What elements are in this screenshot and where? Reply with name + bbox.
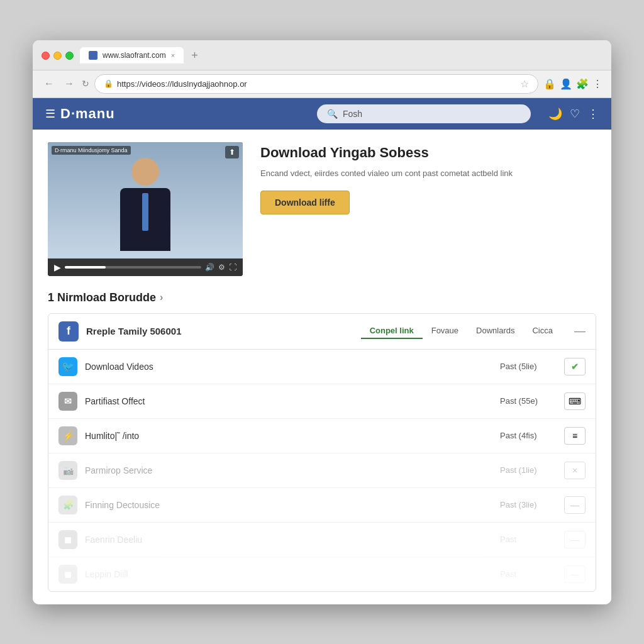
generic-icon: ◼	[58, 530, 77, 549]
services-table: f Rreple Tamily 506001 Conpel link Fovau…	[48, 313, 596, 592]
lock-icon: 🔒	[104, 79, 113, 88]
browser-menu-button[interactable]: ⋮	[592, 78, 602, 90]
row-action-button[interactable]: —	[564, 565, 586, 583]
person-tie	[142, 193, 148, 231]
row-name: Finning Dectousice	[85, 500, 492, 510]
table-header-name: Rreple Tamily 506001	[86, 326, 353, 336]
row-status: Past	[500, 569, 557, 579]
person-silhouette	[117, 158, 174, 258]
minus-icon: —	[570, 569, 579, 579]
tab-cicca[interactable]: Cicca	[523, 323, 562, 339]
table-row: ⚡ Humlito|˜ /into Past (4fis) ≡	[48, 419, 596, 453]
video-settings-button[interactable]: ⚙	[218, 263, 225, 272]
video-title: Download Yingab Sobess	[260, 145, 596, 161]
keyboard-icon: ⌨	[569, 396, 581, 406]
video-thumbnail: D·rmanu Miindusjomy Sanda ⬆	[48, 142, 243, 258]
video-controls: ▶ 🔊 ⚙ ⛶	[48, 258, 243, 276]
progress-bar[interactable]	[65, 266, 201, 269]
check-icon: ✔	[571, 362, 579, 372]
row-status: Past (55e)	[500, 396, 557, 406]
download-button[interactable]: Download liffe	[260, 191, 350, 214]
tab-conpel-link[interactable]: Conpel link	[361, 323, 423, 339]
play-button[interactable]: ▶	[54, 262, 61, 272]
extension3-button[interactable]: 🧩	[576, 78, 589, 90]
share-button[interactable]: ⬆	[225, 146, 239, 158]
browser-window: www.slaofrant.com × + ← → ↻ 🔒 https://vi…	[33, 40, 611, 604]
video-overlay-text: D·rmanu Miindusjomy Sanda	[52, 146, 131, 155]
title-bar: www.slaofrant.com × +	[33, 40, 611, 70]
row-action-button[interactable]: ×	[564, 462, 586, 479]
tab-bar: www.slaofrant.com × +	[80, 47, 203, 65]
menu-icon: ≡	[572, 431, 577, 441]
row-name: Humlito|˜ /into	[85, 431, 492, 441]
video-info: Download Yingab Sobess Encand vdect, eii…	[260, 142, 596, 215]
video-player: D·rmanu Miindusjomy Sanda ⬆ ▶ 🔊 ⚙ ⛶	[48, 142, 243, 276]
bookmark-button[interactable]: ☆	[520, 78, 529, 90]
row-action-button[interactable]: ≡	[564, 427, 586, 445]
generic-icon: ◼	[58, 565, 77, 584]
table-header: f Rreple Tamily 506001 Conpel link Fovau…	[48, 314, 596, 350]
tab-downlards[interactable]: Downlards	[467, 323, 523, 339]
row-name: Faenrin Deeliu	[85, 535, 492, 545]
minus-icon: —	[570, 535, 579, 545]
hamburger-menu-button[interactable]: ☰	[45, 107, 55, 121]
site-header: ☰ D·manu 🔍 Fosh 🌙 ♡ ⋮	[33, 98, 611, 130]
row-action-button[interactable]: ✔	[564, 358, 586, 375]
extension2-button[interactable]: 👤	[560, 78, 572, 90]
close-icon: ×	[572, 465, 577, 475]
refresh-button[interactable]: ↻	[82, 79, 89, 89]
row-action-button[interactable]: —	[564, 496, 586, 514]
section-heading: 1 Nirmload Borudde ›	[48, 291, 596, 304]
table-row: ✉ Partifiast Offect Past (55e) ⌨	[48, 384, 596, 419]
row-name: Download Videos	[85, 362, 492, 372]
twitter-icon: 🐦	[58, 357, 77, 376]
site-menu-button[interactable]: ⋮	[587, 107, 599, 121]
fullscreen-button[interactable]: ⛶	[229, 263, 236, 272]
forward-button[interactable]: →	[62, 77, 77, 91]
favorites-button[interactable]: ♡	[570, 107, 580, 121]
row-action-button[interactable]: ⌨	[564, 392, 586, 410]
site-logo-area: ☰ D·manu	[45, 106, 115, 122]
table-row: ◼ Leppin Diill Past —	[48, 557, 596, 591]
table-minimize-button[interactable]: —	[574, 325, 586, 338]
video-section: D·rmanu Miindusjomy Sanda ⬆ ▶ 🔊 ⚙ ⛶ Down…	[48, 142, 596, 276]
minus-icon: —	[570, 500, 579, 510]
row-name: Parmirop Service	[85, 465, 492, 475]
main-content: D·rmanu Miindusjomy Sanda ⬆ ▶ 🔊 ⚙ ⛶ Down…	[33, 130, 611, 604]
person-head	[131, 158, 159, 186]
tab-title: www.slaofrant.com	[103, 51, 166, 60]
maximize-button[interactable]	[65, 52, 74, 60]
browser-toolbar: ← → ↻ 🔒 https://videos://lduslnydajjaohn…	[33, 70, 611, 98]
browser-tab[interactable]: www.slaofrant.com ×	[80, 47, 184, 64]
row-action-button[interactable]: —	[564, 531, 586, 548]
row-status: Past (5lie)	[500, 362, 557, 371]
tab-fovaue[interactable]: Fovaue	[423, 323, 467, 339]
close-button[interactable]	[42, 52, 50, 60]
new-tab-button[interactable]: +	[186, 47, 203, 65]
tab-close-button[interactable]: ×	[171, 52, 175, 59]
volume-icon: 🔊	[205, 263, 214, 272]
toolbar-icons: 🔒 👤 🧩 ⋮	[543, 78, 602, 90]
row-status: Past (3lie)	[500, 500, 557, 509]
minimize-button[interactable]	[53, 52, 62, 60]
row-name: Leppin Diill	[85, 569, 492, 579]
section-arrow: ›	[160, 292, 163, 303]
back-button[interactable]: ←	[42, 77, 57, 91]
row-name: Partifiast Offect	[85, 396, 492, 406]
dark-mode-button[interactable]: 🌙	[548, 107, 562, 121]
table-row: 📷 Parmirop Service Past (1lie) ×	[48, 453, 596, 488]
site-search-bar[interactable]: 🔍 Fosh	[317, 104, 531, 123]
person-body	[120, 188, 170, 251]
table-tabs: Conpel link Fovaue Downlards Cicca	[361, 323, 562, 339]
search-input[interactable]: Fosh	[343, 109, 362, 119]
email-icon: ✉	[58, 392, 77, 411]
search-icon: 🔍	[327, 109, 338, 119]
address-text: https://videos://lduslnydajjaohnop.or	[117, 79, 516, 89]
table-row: 🐦 Download Videos Past (5lie) ✔	[48, 350, 596, 384]
facebook-icon: f	[67, 325, 70, 338]
row-status: Past (4fis)	[500, 431, 557, 440]
site-brand: D·manu	[60, 106, 115, 122]
site-header-actions: 🌙 ♡ ⋮	[548, 107, 599, 121]
extension1-button[interactable]: 🔒	[543, 78, 556, 90]
address-bar[interactable]: 🔒 https://videos://lduslnydajjaohnop.or …	[94, 74, 538, 94]
